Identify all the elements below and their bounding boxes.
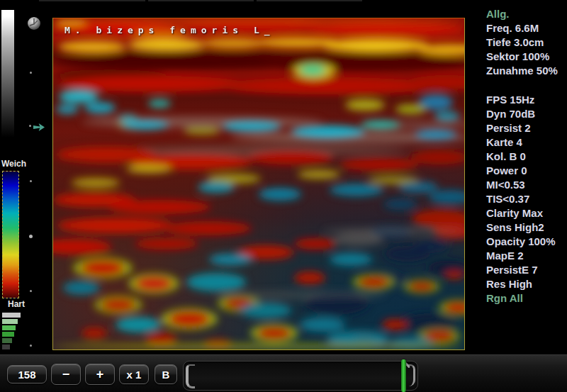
setting-tis: TIS<0.37 bbox=[486, 192, 567, 206]
setting-allg: Allg. bbox=[486, 7, 567, 21]
setting-freq: Freq. 6.6M bbox=[486, 21, 567, 35]
grayscale-map-bar bbox=[1, 10, 14, 138]
tgc-bar-5 bbox=[2, 338, 12, 343]
exam-annotation-text[interactable]: M. bizeps femoris L_ bbox=[64, 25, 275, 35]
setting-persiste: PersistE 7 bbox=[486, 263, 567, 277]
minus-button[interactable]: − bbox=[51, 364, 81, 385]
depth-marker-dot bbox=[30, 345, 32, 347]
depth-marker-dot bbox=[29, 125, 31, 127]
setting-persist: Persist 2 bbox=[486, 121, 567, 135]
setting-zunahme: Zunahme 50% bbox=[486, 64, 567, 78]
setting-power: Power 0 bbox=[486, 164, 567, 178]
setting-mape: MapE 2 bbox=[486, 249, 567, 263]
focus-arrow-icon[interactable] bbox=[33, 123, 45, 131]
tgc-bar-4 bbox=[2, 332, 14, 337]
setting-dyn: Dyn 70dB bbox=[486, 107, 567, 121]
elastography-color-scale bbox=[2, 171, 19, 298]
bottom-toolbar: 158 − + x 1 B bbox=[0, 354, 567, 392]
tgc-bar-2 bbox=[2, 319, 18, 324]
top-divider-segment bbox=[39, 0, 145, 1]
top-divider-segment bbox=[148, 0, 254, 1]
depth-marker-dot bbox=[30, 290, 32, 292]
setting-mi: MI<0.53 bbox=[486, 178, 567, 192]
cine-position-marker[interactable] bbox=[401, 359, 406, 392]
setting-fps: FPS 15Hz bbox=[486, 93, 567, 107]
settings-panel-detail: FPS 15Hz Dyn 70dB Persist 2 Karte 4 Kol.… bbox=[486, 93, 567, 306]
tgc-bar-3 bbox=[2, 325, 16, 330]
cine-track-right-bracket bbox=[405, 364, 415, 386]
setting-karte: Karte 4 bbox=[486, 135, 567, 150]
elasto-soft-label: Weich bbox=[1, 159, 26, 169]
depth-marker-dot bbox=[30, 72, 32, 74]
zoom-factor-button[interactable]: x 1 bbox=[119, 364, 149, 384]
top-divider-segment bbox=[257, 0, 362, 1]
elastography-image bbox=[53, 18, 464, 349]
cine-track-left-bracket bbox=[186, 364, 195, 388]
plus-button[interactable]: + bbox=[85, 364, 115, 385]
depth-marker-dot bbox=[29, 235, 33, 238]
settings-panel-general: Allg. Freq. 6.6M Tiefe 3.0cm Sektor 100%… bbox=[486, 7, 567, 78]
b-mode-button[interactable]: B bbox=[155, 364, 177, 384]
tgc-bar-6 bbox=[2, 345, 10, 349]
tgc-bar-1 bbox=[2, 313, 21, 318]
frame-counter-button[interactable]: 158 bbox=[7, 365, 47, 383]
setting-res: Res High bbox=[486, 277, 567, 291]
elasto-hard-label: Hart bbox=[8, 299, 25, 309]
depth-marker-dot bbox=[30, 180, 32, 182]
setting-sens: Sens High2 bbox=[486, 220, 567, 235]
cine-scroll-track[interactable] bbox=[183, 361, 418, 391]
setting-rgn: Rgn All bbox=[486, 291, 567, 306]
ultrasound-screen: Weich Hart bbox=[0, 0, 567, 392]
setting-tiefe: Tiefe 3.0cm bbox=[486, 35, 567, 50]
ultrasound-image-frame: M. bizeps femoris L_ bbox=[52, 18, 465, 350]
setting-opacity: Opacity 100% bbox=[486, 235, 567, 249]
probe-orientation-ball-icon bbox=[27, 16, 41, 30]
setting-kol-b: Kol. B 0 bbox=[486, 150, 567, 164]
setting-sektor: Sektor 100% bbox=[486, 50, 567, 64]
setting-clarity: Clarity Max bbox=[486, 206, 567, 220]
